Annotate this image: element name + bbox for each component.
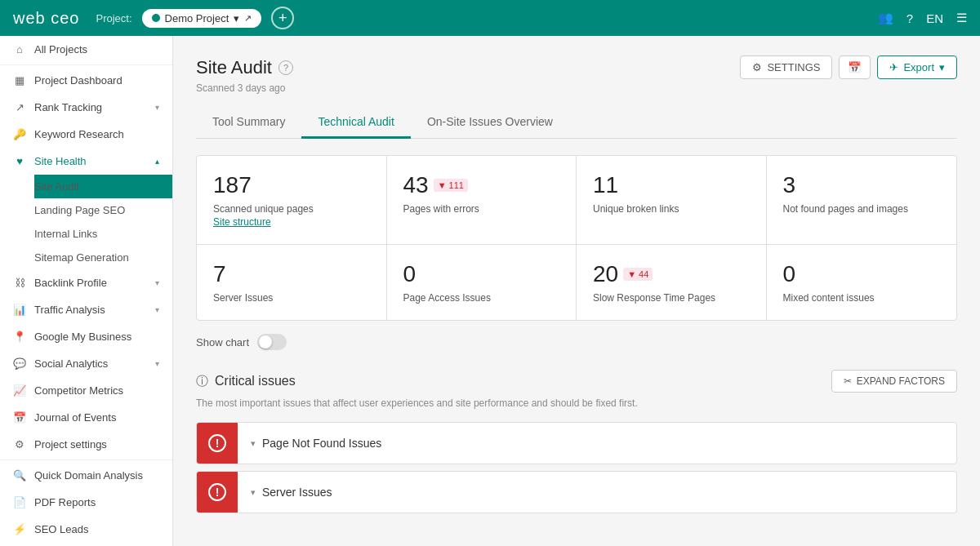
sidebar-label: SEO Leads <box>34 523 159 535</box>
tabs: Tool Summary Technical Audit On-Site Iss… <box>196 107 957 139</box>
sidebar-item-sitemap-generation[interactable]: Sitemap Generation <box>34 246 172 269</box>
keyword-icon: 🔑 <box>13 128 26 140</box>
sidebar-label: Internal Links <box>34 228 159 240</box>
chevron-down-icon: ▾ <box>251 438 256 449</box>
sidebar-item-google-my-business[interactable]: 📍 Google My Business <box>0 323 172 350</box>
tab-tool-summary[interactable]: Tool Summary <box>196 107 301 139</box>
project-name: Demo Project <box>165 12 229 24</box>
section-description: The most important issues that affect us… <box>196 397 957 409</box>
chevron-icon: ▾ <box>155 359 159 368</box>
sidebar-item-keyword-research[interactable]: 🔑 Keyword Research <box>0 121 172 148</box>
sidebar-label: Project settings <box>34 438 159 451</box>
topbar: web ceo Project: Demo Project ▾ ↗ + 👥 ? … <box>0 0 980 36</box>
metric-value: 0 <box>783 261 941 287</box>
site-health-submenu: Site Audit Landing Page SEO Internal Lin… <box>0 175 172 269</box>
search-icon: 🔍 <box>13 469 26 482</box>
toggle-knob <box>259 335 272 348</box>
metric-badge: ▼ 111 <box>434 179 468 192</box>
metric-value: 3 <box>783 172 941 198</box>
metric-card-slow-response: 20 ▼ 44 Slow Response Time Pages <box>577 245 767 320</box>
export-icon: ✈ <box>889 61 898 73</box>
sidebar-label: Site Audit <box>34 180 159 193</box>
sidebar-label: Journal of Events <box>34 411 159 424</box>
sidebar-item-competitor-metrics[interactable]: 📈 Competitor Metrics <box>0 377 172 404</box>
sidebar-item-site-health[interactable]: ♥ Site Health ▴ <box>0 148 172 175</box>
metric-label: Server Issues <box>213 292 370 304</box>
help-icon[interactable]: ? <box>906 11 913 25</box>
sidebar-item-landing-page-seo[interactable]: Landing Page SEO <box>34 198 172 222</box>
sidebar-item-social-analytics[interactable]: 💬 Social Analytics ▾ <box>0 350 172 377</box>
calendar-icon: 📅 <box>13 411 26 424</box>
chevron-down-icon: ▾ <box>939 61 945 73</box>
page-title: Site Audit ? <box>196 57 293 78</box>
chevron-up-icon: ▴ <box>155 157 159 166</box>
add-project-button[interactable]: + <box>271 7 294 29</box>
project-dot <box>152 14 160 22</box>
topbar-right: 👥 ? EN ☰ <box>878 11 967 25</box>
metric-value: 43 ▼ 111 <box>403 172 560 198</box>
issue-content[interactable]: ▾ Page Not Found Issues <box>238 425 394 461</box>
expand-factors-button[interactable]: ✂ EXPAND FACTORS <box>831 370 957 393</box>
chart-icon: 📊 <box>13 304 26 316</box>
link-icon: ⛓ <box>13 277 26 289</box>
sidebar-item-project-dashboard[interactable]: ▦ Project Dashboard <box>0 67 172 94</box>
show-chart-label: Show chart <box>196 336 249 348</box>
issue-content[interactable]: ▾ Server Issues <box>238 474 345 510</box>
settings-button[interactable]: ⚙ SETTINGS <box>740 55 832 79</box>
sidebar-item-site-audit[interactable]: Site Audit <box>34 175 172 198</box>
divider <box>0 459 172 460</box>
critical-issues-header: ⓘ Critical issues ✂ EXPAND FACTORS <box>196 370 957 393</box>
location-icon: 📍 <box>13 331 26 343</box>
metric-label: Scanned unique pages <box>213 203 370 215</box>
sidebar-item-internal-links[interactable]: Internal Links <box>34 222 172 246</box>
rank-icon: ↗ <box>13 101 26 113</box>
metric-card-pages-errors: 43 ▼ 111 Pages with errors <box>387 156 577 245</box>
metric-value: 0 <box>403 261 560 287</box>
metric-card-scanned-pages: 187 Scanned unique pages Site structure <box>197 156 387 245</box>
gear-icon: ⚙ <box>752 61 762 73</box>
chevron-icon: ▾ <box>155 305 159 314</box>
sidebar-item-pdf-reports[interactable]: 📄 PDF Reports <box>0 489 172 516</box>
project-selector[interactable]: Demo Project ▾ ↗ <box>142 9 262 28</box>
sidebar-item-project-settings[interactable]: ⚙ Project settings <box>0 431 172 458</box>
show-chart-toggle[interactable] <box>257 334 287 350</box>
section-title: ⓘ Critical issues <box>196 374 296 389</box>
sidebar-item-all-projects[interactable]: ⌂ All Projects <box>0 36 172 63</box>
metric-link-site-structure[interactable]: Site structure <box>213 216 370 228</box>
chevron-down-icon: ▾ <box>251 487 256 498</box>
menu-icon[interactable]: ☰ <box>956 11 967 25</box>
calendar-button[interactable]: 📅 <box>839 55 871 79</box>
divider <box>0 64 172 65</box>
metric-card-not-found: 3 Not found pages and images <box>767 156 957 245</box>
sidebar-label: Social Analytics <box>34 357 147 370</box>
layout: ⌂ All Projects ▦ Project Dashboard ↗ Ran… <box>0 36 980 546</box>
sidebar-item-tasks[interactable]: ✓ Tasks <box>0 543 172 546</box>
help-icon[interactable]: ? <box>278 60 293 75</box>
metric-card-broken-links: 11 Unique broken links <box>577 156 767 245</box>
external-link-icon: ↗ <box>244 13 252 24</box>
language-selector[interactable]: EN <box>926 11 943 25</box>
heart-icon: ♥ <box>13 155 26 167</box>
scanned-info: Scanned 3 days ago <box>196 82 957 94</box>
sidebar-item-seo-leads[interactable]: ⚡ SEO Leads <box>0 516 172 543</box>
settings-icon: ⚙ <box>13 438 26 451</box>
chevron-down-icon: ▾ <box>234 12 239 24</box>
social-icon: 💬 <box>13 357 26 370</box>
users-icon[interactable]: 👥 <box>878 11 893 25</box>
metric-value: 7 <box>213 261 370 287</box>
tab-on-site-issues[interactable]: On-Site Issues Overview <box>411 107 569 139</box>
sidebar-item-journal-of-events[interactable]: 📅 Journal of Events <box>0 404 172 431</box>
metric-label: Not found pages and images <box>783 203 941 215</box>
metric-value: 20 ▼ 44 <box>593 261 750 287</box>
sidebar-item-backlink-profile[interactable]: ⛓ Backlink Profile ▾ <box>0 269 172 296</box>
tab-technical-audit[interactable]: Technical Audit <box>301 107 410 139</box>
export-button[interactable]: ✈ Export ▾ <box>877 55 957 79</box>
sidebar-label: Rank Tracking <box>34 101 147 113</box>
dashboard-icon: ▦ <box>13 74 26 87</box>
calendar-icon: 📅 <box>848 61 862 73</box>
metric-card-server-issues: 7 Server Issues <box>197 245 387 320</box>
sidebar-item-rank-tracking[interactable]: ↗ Rank Tracking ▾ <box>0 94 172 121</box>
sidebar-item-quick-domain-analysis[interactable]: 🔍 Quick Domain Analysis <box>0 462 172 489</box>
sidebar-item-traffic-analysis[interactable]: 📊 Traffic Analysis ▾ <box>0 296 172 323</box>
sidebar-label: Quick Domain Analysis <box>34 469 159 482</box>
